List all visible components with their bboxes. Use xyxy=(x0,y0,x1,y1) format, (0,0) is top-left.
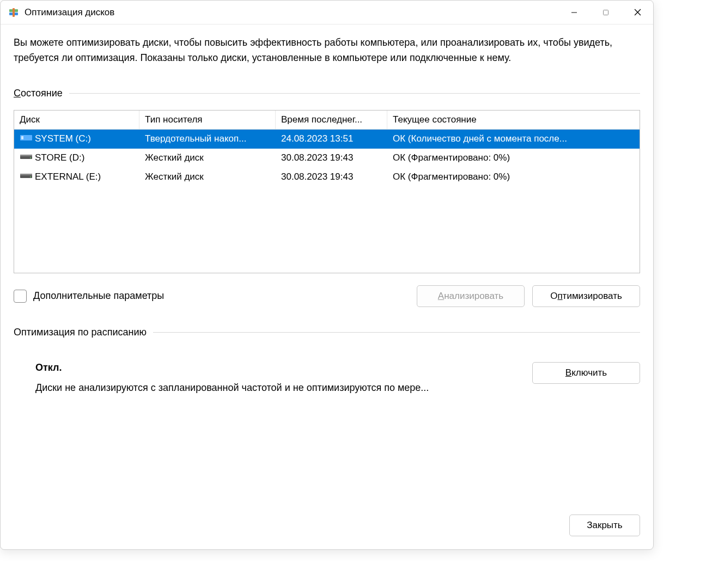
disk-cell: EXTERNAL (E:) xyxy=(14,171,139,183)
optimize-drives-window: Оптимизация дисков Вы можете оптимизиров… xyxy=(0,0,654,550)
table-header: Диск Тип носителя Время последнег... Тек… xyxy=(14,111,640,130)
status-cell: ОК (Фрагментировано: 0%) xyxy=(387,152,640,163)
advanced-checkbox-group[interactable]: Дополнительные параметры xyxy=(14,290,164,303)
close-button[interactable] xyxy=(622,1,653,24)
heading-divider xyxy=(153,332,640,333)
svg-rect-10 xyxy=(20,155,32,156)
time-cell: 30.08.2023 19:43 xyxy=(276,171,387,182)
drives-table: Диск Тип носителя Время последнег... Тек… xyxy=(14,110,640,273)
disk-name: EXTERNAL (E:) xyxy=(35,171,101,182)
column-header-time[interactable]: Время последнег... xyxy=(276,111,387,129)
time-cell: 24.08.2023 13:51 xyxy=(276,133,387,144)
window-controls xyxy=(558,1,653,24)
column-header-disk[interactable]: Диск xyxy=(14,111,139,129)
minimize-button[interactable] xyxy=(558,1,590,24)
svg-rect-8 xyxy=(21,136,23,139)
hdd-drive-icon xyxy=(20,152,33,164)
schedule-heading-text: Оптимизация по расписанию xyxy=(14,327,147,338)
svg-rect-2 xyxy=(13,8,15,17)
titlebar: Оптимизация дисков xyxy=(1,1,653,24)
controls-row: Дополнительные параметры Анализировать О… xyxy=(14,285,640,307)
schedule-description: Диски не анализируются с запланированной… xyxy=(35,382,532,394)
table-body: SYSTEM (C:)Твердотельный накоп...24.08.2… xyxy=(14,130,640,187)
analyze-button[interactable]: Анализировать xyxy=(417,285,525,307)
svg-rect-13 xyxy=(20,174,32,175)
status-cell: ОК (Количество дней с момента после... xyxy=(387,133,640,144)
time-cell: 30.08.2023 19:43 xyxy=(276,152,387,163)
schedule-status: Откл. xyxy=(35,362,532,373)
ssd-drive-icon xyxy=(20,133,33,145)
heading-divider xyxy=(69,93,640,94)
app-icon xyxy=(8,7,19,18)
svg-rect-4 xyxy=(604,10,608,15)
status-heading-text: Состояние xyxy=(14,88,63,99)
disk-name: SYSTEM (C:) xyxy=(35,133,91,144)
optimize-button[interactable]: Оптимизировать xyxy=(532,285,640,307)
column-header-media[interactable]: Тип носителя xyxy=(139,111,276,129)
advanced-checkbox-label: Дополнительные параметры xyxy=(33,290,164,302)
media-cell: Твердотельный накоп... xyxy=(139,133,276,144)
action-buttons: Анализировать Оптимизировать xyxy=(417,285,640,307)
disk-name: STORE (D:) xyxy=(35,152,84,163)
status-heading: Состояние xyxy=(14,88,640,99)
svg-point-11 xyxy=(30,157,31,158)
disk-cell: STORE (D:) xyxy=(14,152,139,164)
table-row[interactable]: EXTERNAL (E:)Жесткий диск30.08.2023 19:4… xyxy=(14,168,640,187)
media-cell: Жесткий диск xyxy=(139,171,276,182)
advanced-checkbox[interactable] xyxy=(14,290,27,303)
media-cell: Жесткий диск xyxy=(139,152,276,163)
schedule-heading: Оптимизация по расписанию xyxy=(14,327,640,338)
enable-schedule-button[interactable]: Включить xyxy=(532,362,640,384)
close-dialog-button[interactable]: Закрыть xyxy=(569,514,640,536)
hdd-drive-icon xyxy=(20,171,33,183)
maximize-button[interactable] xyxy=(590,1,622,24)
window-title: Оптимизация дисков xyxy=(25,7,558,18)
status-cell: ОК (Фрагментировано: 0%) xyxy=(387,171,640,182)
description-text: Вы можете оптимизировать диски, чтобы по… xyxy=(14,35,640,66)
content-area: Вы можете оптимизировать диски, чтобы по… xyxy=(1,24,653,504)
schedule-section: Откл. Диски не анализируются с запланиро… xyxy=(14,362,640,394)
table-row[interactable]: SYSTEM (C:)Твердотельный накоп...24.08.2… xyxy=(14,130,640,149)
column-header-status[interactable]: Текущее состояние xyxy=(387,111,640,129)
svg-point-14 xyxy=(30,176,31,177)
disk-cell: SYSTEM (C:) xyxy=(14,133,139,145)
footer: Закрыть xyxy=(1,504,653,549)
table-row[interactable]: STORE (D:)Жесткий диск30.08.2023 19:43ОК… xyxy=(14,149,640,168)
